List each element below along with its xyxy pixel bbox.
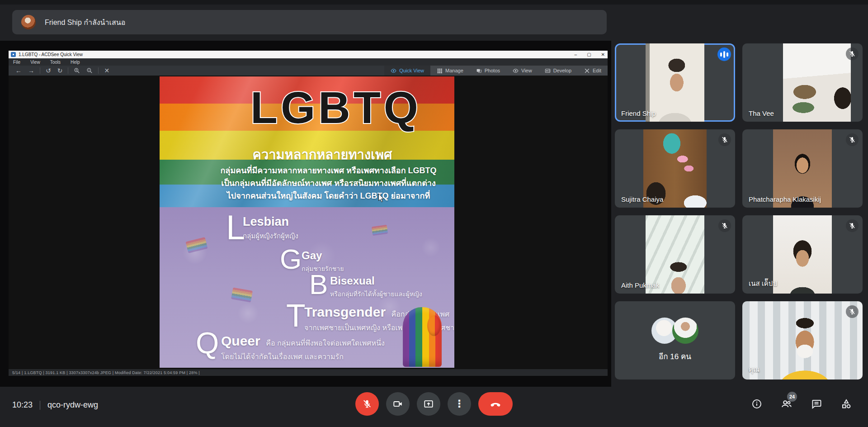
tab-label: Manage <box>445 68 463 73</box>
tab-manage[interactable]: Manage <box>430 66 470 76</box>
mode-tabs: Quick View Manage Photos View <box>384 66 608 76</box>
participant-video <box>783 43 851 122</box>
rotate-left-icon[interactable]: ↺ <box>46 67 51 74</box>
term-name: Lesbian <box>243 215 298 229</box>
call-controls: ⋮ <box>355 392 513 416</box>
tab-develop[interactable]: Develop <box>538 66 578 76</box>
mic-off-icon <box>846 47 859 60</box>
participant-tile-overflow[interactable]: อีก 16 คน <box>615 301 735 380</box>
term-desc: คือ กลุ่มคนที่พึงพอใจต่อเพศใดเพศหนึ่ง <box>266 339 385 347</box>
shared-screen-stage: 1.LGBTQ - ACDSee Quick View – ▢ ✕ File V… <box>0 41 611 387</box>
presenting-banner-text: Friend Ship กำลังนำเสนอ <box>45 17 125 28</box>
maximize-button[interactable]: ▢ <box>587 52 591 57</box>
close-button[interactable]: ✕ <box>601 52 605 57</box>
minimize-button[interactable]: – <box>575 52 577 57</box>
participant-tile-aith[interactable]: Aith Pukmak <box>615 215 735 294</box>
activities-button[interactable] <box>840 398 853 410</box>
menu-view[interactable]: View <box>30 60 40 65</box>
mic-off-icon <box>846 219 859 232</box>
present-screen-icon <box>424 399 434 409</box>
info-button[interactable] <box>750 398 763 410</box>
acdsee-window: 1.LGBTQ - ACDSee Quick View – ▢ ✕ File V… <box>9 51 608 376</box>
activities-icon <box>841 399 852 409</box>
zoom-in-icon[interactable] <box>74 67 80 74</box>
top-edge-strip <box>0 0 868 5</box>
term-desc: หรือกลุ่มที่รักได้ทั้งผู้ชายและผู้หญิง <box>330 289 422 299</box>
presenter-avatar <box>21 15 36 29</box>
presenting-banner: Friend Ship กำลังนำเสนอ <box>12 10 607 34</box>
participant-name: Aith Pukmak <box>621 281 659 289</box>
camera-icon <box>393 399 403 409</box>
tab-view[interactable]: View <box>506 66 538 76</box>
participant-name: Sujitra Chaiya <box>621 195 663 203</box>
slide-title: LGBTQ <box>217 80 454 136</box>
lgbtq-slide-image: LGBTQ ความหลากหลายทางเพศ กลุ่มคนที่มีควา… <box>160 76 454 368</box>
more-options-button[interactable]: ⋮ <box>448 392 471 416</box>
participant-video <box>773 215 832 294</box>
tab-label: Develop <box>553 68 571 73</box>
tab-label: Quick View <box>399 68 424 73</box>
participant-tile-tha-vee[interactable]: Tha Vee <box>742 43 863 122</box>
chat-icon <box>811 399 822 409</box>
slide-subtitle: ความหลากหลายทางเพศ <box>241 144 404 165</box>
term-letter-b: B <box>309 272 328 297</box>
participant-tile-friend-ship[interactable]: Friend Ship <box>615 43 735 122</box>
term-letter-t: T <box>286 302 306 330</box>
overflow-count-label: อีก 16 คน <box>615 350 735 362</box>
status-line: 5/14 | 1.LGBTQ | 3191.1 KB | 3307x3307x2… <box>12 370 200 375</box>
people-button[interactable]: 24 <box>780 398 793 410</box>
toolbar-divider <box>98 67 99 74</box>
term-name: Transgender <box>304 304 386 319</box>
present-button[interactable] <box>417 392 440 416</box>
mouse-cursor <box>377 193 385 204</box>
overflow-avatars <box>651 318 698 344</box>
mic-off-icon <box>718 133 731 146</box>
tab-quick-view[interactable]: Quick View <box>384 66 430 76</box>
tab-label: Photos <box>485 68 500 73</box>
zoom-out-icon[interactable] <box>86 67 93 74</box>
chat-button[interactable] <box>810 398 823 410</box>
acdsee-window-title: 1.LGBTQ - ACDSee Quick View <box>19 52 83 57</box>
more-vert-icon: ⋮ <box>454 399 464 409</box>
end-call-button[interactable] <box>478 392 513 416</box>
acdsee-titlebar[interactable]: 1.LGBTQ - ACDSee Quick View – ▢ ✕ <box>9 51 608 58</box>
mic-off-icon <box>846 133 859 146</box>
delete-icon[interactable]: ✕ <box>104 67 109 74</box>
meeting-info: 10:23 qco-rydw-ewg <box>12 400 98 410</box>
menu-file[interactable]: File <box>13 60 20 65</box>
participant-name: คุณ <box>749 364 760 375</box>
participant-tile-phatcharapha[interactable]: Phatcharapha Klakasikij <box>742 129 863 208</box>
term-letter-l: L <box>226 212 245 243</box>
participant-tile-you[interactable]: คุณ <box>742 301 863 380</box>
forward-icon[interactable]: → <box>28 67 34 74</box>
back-icon[interactable]: ← <box>15 67 22 74</box>
mic-toggle-button[interactable] <box>355 392 379 416</box>
info-icon <box>751 399 762 409</box>
menu-help[interactable]: Help <box>71 60 80 65</box>
participant-grid: Friend Ship Tha Vee Sujitra Chaiya Phatc… <box>615 43 863 380</box>
divider <box>40 401 40 410</box>
participant-video <box>742 301 863 380</box>
tab-photos[interactable]: Photos <box>470 66 506 76</box>
term-letter-q: Q <box>196 330 219 356</box>
rotate-right-icon[interactable]: ↻ <box>57 67 63 74</box>
participant-name: Tha Vee <box>749 109 774 117</box>
term-letter-g: G <box>280 247 302 272</box>
participant-name: เนส เค็๊ปป <box>749 278 777 289</box>
tab-label: View <box>521 68 532 73</box>
mic-off-icon <box>846 305 859 318</box>
term-name: Queer <box>221 333 260 348</box>
participant-tile-nes[interactable]: เนส เค็๊ปป <box>742 215 863 294</box>
camera-toggle-button[interactable] <box>386 392 410 416</box>
acdsee-app-icon <box>11 52 16 57</box>
participant-name: Phatcharapha Klakasikij <box>749 195 821 203</box>
participant-tile-sujitra[interactable]: Sujitra Chaiya <box>615 129 735 208</box>
participant-name: Friend Ship <box>621 109 656 117</box>
meeting-panels: 24 <box>750 398 853 410</box>
bottom-bar: 10:23 qco-rydw-ewg ⋮ <box>0 387 868 427</box>
term-name: Bisexual <box>330 275 422 287</box>
rainbow-fist-graphic <box>403 307 442 367</box>
menu-tools[interactable]: Tools <box>50 60 61 65</box>
tab-edit[interactable]: Edit <box>578 66 608 76</box>
slide-intro: กลุ่มคนที่มีความหลากหลายทางเพศ หรือเพศทา… <box>205 164 452 202</box>
